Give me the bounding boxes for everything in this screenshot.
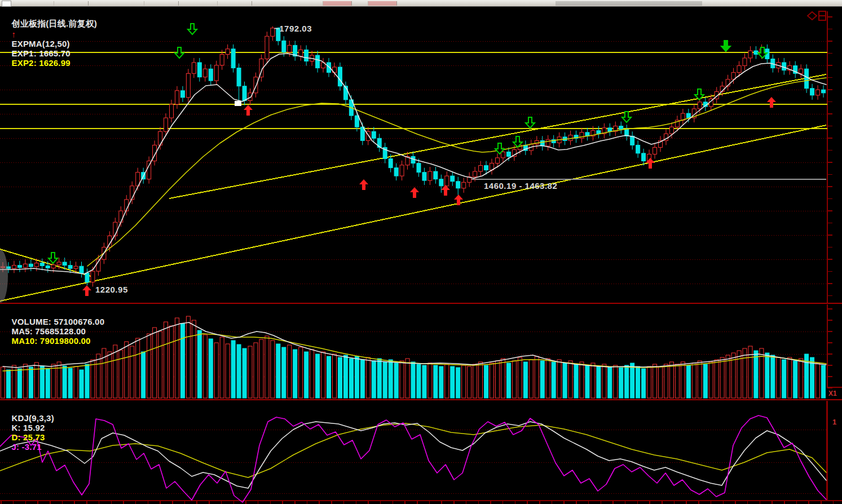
kdj-pane-header: KDJ(9,3,3) K: 15.92 D: 25.73 J: -3.71 — [2, 404, 56, 461]
buy-signal-arrow — [359, 179, 368, 190]
kdj-name: KDJ(9,3,3) — [11, 413, 54, 423]
support-range-label: 1460.19 - 1463.82 — [484, 181, 557, 191]
kdj-k-value: K: 15.92 — [11, 423, 45, 432]
up-arrow-icon: ↑ — [11, 29, 16, 39]
low-price-label: 1220.95 — [95, 285, 128, 294]
exp2-line — [87, 78, 826, 266]
white-square-marker — [235, 101, 241, 106]
buy-signal-arrow — [244, 105, 253, 116]
kdj-k-line — [0, 422, 826, 488]
buy-signal-arrow — [82, 285, 91, 296]
volume-value: VOLUME: 57100676.00 — [11, 317, 104, 326]
trend-line — [169, 74, 826, 198]
trading-app-window: 创业板指(日线.前复权) ↑ EXPMA(12,50) EXP1: 1665.7… — [0, 0, 842, 504]
sell-signal-arrow — [188, 24, 197, 34]
sell-signal-arrow — [175, 47, 184, 58]
volume-scale-label: X1 — [828, 390, 837, 397]
volume-pane-header: VOLUME: 57100676.00 MA5: 75685128.00 MA1… — [2, 307, 109, 355]
peak-price-label: ~1792.03 — [274, 24, 312, 33]
kdj-d-value: D: 25.73 — [11, 432, 45, 442]
sell-signal-arrow — [526, 117, 535, 128]
volume-bars — [1, 316, 826, 398]
sell-signal-arrow — [721, 41, 730, 51]
kdj-j-line — [0, 415, 826, 502]
window-icon — [819, 16, 826, 20]
exp1-value: EXP1: 1665.70 — [11, 48, 70, 58]
instrument-title: 创业板指(日线.前复权) — [11, 19, 97, 28]
volume-ma10-value: MA10: 79019800.00 — [11, 336, 90, 346]
indicator-name: EXPMA(12,50) — [11, 39, 69, 48]
exp2-value: EXP2: 1626.99 — [11, 58, 70, 68]
buy-signal-arrow — [410, 187, 419, 198]
volume-ma5-value: MA5: 75685128.00 — [11, 326, 86, 336]
buy-signal-arrow — [767, 97, 776, 108]
trend-line — [0, 125, 826, 301]
window-icon — [819, 11, 826, 16]
sell-signal-arrow — [49, 253, 58, 263]
kdj-d-line — [0, 423, 826, 478]
chart-canvas[interactable] — [0, 0, 842, 504]
kdj-j-value: J: -3.71 — [11, 442, 41, 452]
main-chart-header: 创业板指(日线.前复权) ↑ EXPMA(12,50) EXP1: 1665.7… — [2, 9, 97, 77]
kdj-axis-label: 1 — [832, 418, 836, 426]
diamond-icon — [808, 12, 817, 20]
